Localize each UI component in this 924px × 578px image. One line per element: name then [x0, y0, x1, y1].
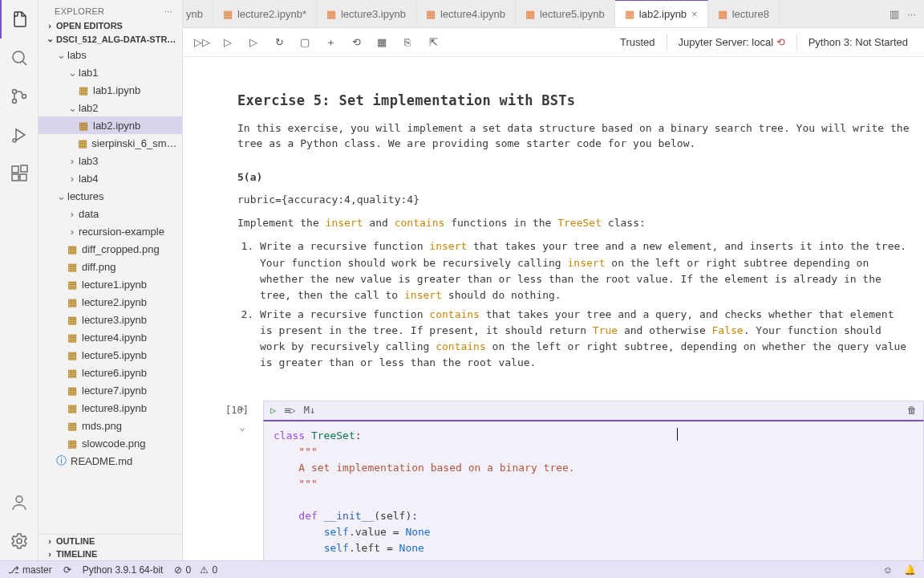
cell-type-markdown[interactable]: M↓ — [304, 405, 315, 416]
interrupt-icon[interactable]: ▢ — [294, 31, 316, 54]
problems-count[interactable]: ⊘0 ⚠0 — [174, 564, 217, 576]
code-editor[interactable]: class TreeSet: """ A set implementation … — [263, 420, 924, 561]
text-cursor — [677, 428, 678, 441]
file-lecture1[interactable]: ▦lecture1.ipynb — [38, 275, 182, 293]
split-editor-icon[interactable]: ▥ — [890, 8, 899, 20]
implement-paragraph: Implement the insert and contains functi… — [237, 216, 911, 231]
notifications-icon[interactable]: 🔔 — [904, 564, 916, 576]
file-lecture2[interactable]: ▦lecture2.ipynb — [38, 293, 182, 311]
tab-lab2-active[interactable]: ▦lab2.ipynb× — [615, 0, 708, 27]
svg-point-0 — [13, 51, 24, 63]
activity-explorer-icon[interactable] — [0, 0, 38, 39]
code-cell[interactable]: ⌃ ⌄ [10] ▷ ≡▷ M↓ 🗑 class TreeSet: """ A … — [221, 401, 924, 561]
file-mds[interactable]: ▦mds.png — [38, 417, 182, 434]
run-above-icon[interactable]: ▷ — [217, 31, 239, 54]
folder-lab1[interactable]: ⌄lab1 — [38, 63, 182, 81]
markdown-cell[interactable]: Exercise 5: Set implementation with BSTs… — [221, 76, 924, 391]
cell-toolbar: [10] ▷ ≡▷ M↓ 🗑 — [263, 401, 924, 420]
file-lecture5[interactable]: ▦lecture5.ipynb — [38, 346, 182, 364]
svg-point-1 — [13, 90, 17, 94]
folder-lab3[interactable]: ›lab3 — [38, 152, 182, 169]
run-all-icon[interactable]: ▷▷ — [191, 31, 213, 54]
save-icon[interactable]: ⎘ — [396, 31, 419, 54]
sync-icon[interactable]: ⟳ — [63, 564, 71, 576]
tab-bar: ynb ▦lecture2.ipynb* ▦lecture3.ipynb ▦le… — [183, 0, 924, 28]
close-icon[interactable]: × — [691, 8, 698, 20]
tab-lecture3[interactable]: ▦lecture3.ipynb — [317, 0, 416, 27]
folder-lab4[interactable]: ›lab4 — [38, 169, 182, 187]
folder-lab2[interactable]: ⌄lab2 — [38, 99, 182, 116]
svg-point-10 — [17, 539, 22, 543]
status-bar: ⎇master ⟳ Python 3.9.1 64-bit ⊘0 ⚠0 ☺ 🔔 — [0, 560, 924, 578]
file-slowcode[interactable]: ▦slowcode.png — [38, 434, 182, 452]
svg-point-2 — [13, 100, 17, 104]
file-sierpinski[interactable]: ▦sierpinski_6_smalle… — [38, 134, 182, 152]
exercise-heading: Exercise 5: Set implementation with BSTs — [237, 92, 911, 108]
section-timeline[interactable]: ›TIMELINE — [38, 547, 182, 560]
file-lecture7[interactable]: ▦lecture7.ipynb — [38, 381, 182, 399]
kernel-status[interactable]: Python 3: Not Started — [800, 36, 916, 48]
execution-count: [10] — [225, 405, 249, 416]
activity-extensions-icon[interactable] — [0, 154, 38, 193]
file-tree: ⌄labs ⌄lab1 ▦lab1.ipynb ⌄lab2 ▦lab2.ipyn… — [38, 46, 182, 534]
sidebar-title: EXPLORER — [55, 6, 104, 16]
export-icon[interactable]: ⇱ — [422, 31, 444, 54]
branch-icon: ⎇ — [8, 564, 19, 576]
file-diff[interactable]: ▦diff.png — [38, 258, 182, 275]
run-below-icon[interactable]: ▷ — [242, 31, 265, 54]
python-interpreter[interactable]: Python 3.9.1 64-bit — [83, 564, 164, 576]
notebook-toolbar: ▷▷ ▷ ▷ ↻ ▢ ＋ ⟲ ▦ ⎘ ⇱ Trusted Jupyter Ser… — [183, 28, 924, 57]
svg-rect-7 — [20, 174, 26, 181]
move-cell-down-icon[interactable]: ⌄ — [239, 421, 245, 433]
run-cell-icon[interactable]: ▷ — [270, 405, 276, 416]
svg-rect-6 — [12, 174, 18, 181]
sidebar-more-icon[interactable]: ··· — [164, 6, 172, 16]
explorer-sidebar: EXPLORER ··· ›OPEN EDITORS ⌄DSCI_512_ALG… — [38, 0, 183, 560]
file-readme[interactable]: ⓘREADME.md — [38, 452, 182, 470]
instruction-list: Write a recursive function insert that t… — [237, 238, 911, 371]
activity-source-control-icon[interactable] — [0, 77, 38, 116]
svg-rect-8 — [21, 165, 27, 172]
run-by-line-icon[interactable]: ≡▷ — [284, 405, 295, 416]
file-lab2-ipynb[interactable]: ▦lab2.ipynb — [38, 116, 182, 134]
svg-point-9 — [16, 496, 22, 503]
tab-lecture5[interactable]: ▦lecture5.ipynb — [516, 0, 615, 27]
folder-data[interactable]: ›data — [38, 205, 182, 222]
section-root-folder[interactable]: ⌄DSCI_512_ALG-DATA-STR… — [38, 32, 182, 46]
warning-icon: ⚠ — [200, 564, 209, 576]
file-lecture4[interactable]: ▦lecture4.ipynb — [38, 328, 182, 346]
notebook-body[interactable]: Exercise 5: Set implementation with BSTs… — [183, 57, 924, 560]
svg-rect-5 — [12, 166, 18, 173]
clear-outputs-icon[interactable]: ⟲ — [345, 31, 367, 54]
section-open-editors[interactable]: ›OPEN EDITORS — [38, 19, 182, 32]
activity-run-debug-icon[interactable] — [0, 116, 38, 154]
svg-point-3 — [22, 95, 26, 99]
tab-more-icon[interactable]: ··· — [907, 8, 916, 20]
file-lecture3[interactable]: ▦lecture3.ipynb — [38, 311, 182, 328]
variables-icon[interactable]: ▦ — [371, 31, 393, 54]
restart-icon[interactable]: ↻ — [268, 31, 290, 54]
activity-settings-icon[interactable] — [0, 522, 38, 560]
file-lecture6[interactable]: ▦lecture6.ipynb — [38, 364, 182, 381]
folder-recursion-example[interactable]: ›recursion-example — [38, 222, 182, 240]
delete-cell-icon[interactable]: 🗑 — [907, 405, 917, 416]
folder-lectures[interactable]: ⌄lectures — [38, 187, 182, 205]
activity-accounts-icon[interactable] — [0, 483, 38, 522]
section-outline[interactable]: ›OUTLINE — [38, 535, 182, 547]
feedback-icon[interactable]: ☺ — [883, 564, 893, 576]
file-lab1-ipynb[interactable]: ▦lab1.ipynb — [38, 81, 182, 99]
git-branch[interactable]: ⎇master — [8, 564, 52, 576]
instruction-1: Write a recursive function insert that t… — [260, 238, 911, 303]
folder-labs[interactable]: ⌄labs — [38, 46, 182, 63]
trusted-status[interactable]: Trusted — [612, 36, 663, 48]
file-diff-cropped[interactable]: ▦diff_cropped.png — [38, 240, 182, 258]
tab-lecture2[interactable]: ▦lecture2.ipynb* — [213, 0, 317, 27]
tab-lecture8[interactable]: ▦lecture8 — [708, 0, 780, 27]
jupyter-server-status[interactable]: Jupyter Server: local ⟲ — [671, 36, 793, 48]
file-lecture8[interactable]: ▦lecture8.ipynb — [38, 399, 182, 417]
add-cell-icon[interactable]: ＋ — [319, 31, 342, 54]
tab-lecture4[interactable]: ▦lecture4.ipynb — [416, 0, 516, 27]
error-icon: ⊘ — [174, 564, 182, 576]
activity-search-icon[interactable] — [0, 39, 38, 77]
tab-partial[interactable]: ynb — [183, 0, 213, 27]
